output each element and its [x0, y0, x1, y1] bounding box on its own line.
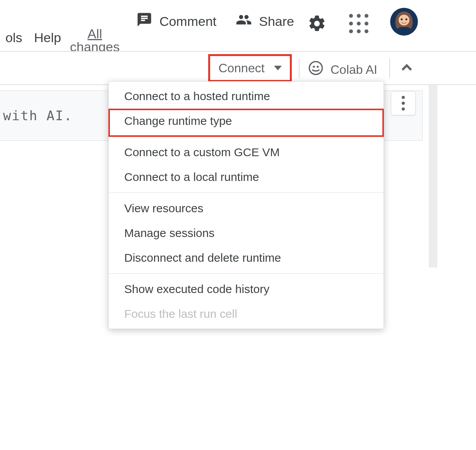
- comment-label: Comment: [159, 14, 216, 29]
- share-icon: [236, 12, 252, 31]
- svg-rect-4: [397, 27, 411, 36]
- account-avatar[interactable]: [390, 8, 418, 36]
- svg-point-3: [406, 19, 408, 20]
- caret-down-icon: [274, 66, 282, 70]
- topbar-actions: Comment Share: [136, 12, 294, 31]
- menu-item-all-changes[interactable]: All changes: [68, 27, 122, 51]
- svg-point-1: [399, 15, 409, 26]
- menu-separator: [109, 136, 384, 137]
- top-toolbar: ols Help All changes Comment Share: [0, 0, 476, 52]
- colab-ai-button[interactable]: Colab AI: [308, 60, 377, 79]
- connect-button[interactable]: Connect: [208, 54, 292, 82]
- share-label: Share: [259, 14, 294, 29]
- menu-item-help[interactable]: Help: [29, 30, 67, 45]
- runtime-toolbar: Connect Colab AI: [0, 52, 476, 85]
- divider: [299, 59, 300, 78]
- menu-item-manage-sessions[interactable]: Manage sessions: [109, 221, 384, 245]
- svg-point-6: [313, 66, 315, 68]
- avatar-icon: [390, 8, 418, 36]
- scrollbar[interactable]: [429, 85, 437, 268]
- menu-item-connect-local[interactable]: Connect to a local runtime: [109, 165, 384, 189]
- menu-item-connect-hosted[interactable]: Connect to a hosted runtime: [109, 84, 384, 109]
- cell-placeholder-text: with AI.: [3, 108, 73, 123]
- menu-item-change-runtime-type[interactable]: Change runtime type: [109, 109, 384, 133]
- svg-point-5: [309, 61, 322, 74]
- svg-point-7: [317, 66, 318, 68]
- collapse-button[interactable]: [397, 59, 416, 78]
- connect-dropdown-menu: Connect to a hosted runtime Change runti…: [108, 81, 384, 329]
- gear-icon: [307, 28, 327, 34]
- menu-separator: [109, 193, 384, 193]
- comment-icon: [136, 12, 152, 31]
- menu-item-show-code-history[interactable]: Show executed code history: [109, 277, 384, 302]
- menu-item-connect-gce-vm[interactable]: Connect to a custom GCE VM: [109, 140, 384, 165]
- share-button[interactable]: Share: [236, 12, 294, 31]
- cell-overflow-menu-button[interactable]: [391, 91, 416, 115]
- menu-separator: [109, 273, 384, 274]
- menu-item-view-resources[interactable]: View resources: [109, 196, 384, 221]
- settings-button[interactable]: [307, 14, 327, 33]
- menu-item-disconnect-delete[interactable]: Disconnect and delete runtime: [109, 245, 384, 270]
- comment-button[interactable]: Comment: [136, 12, 216, 31]
- colab-ai-label: Colab AI: [330, 63, 377, 77]
- svg-point-2: [401, 19, 403, 20]
- colab-ai-icon: [308, 60, 324, 79]
- apps-grid-icon: [349, 14, 353, 18]
- menu-item-tools[interactable]: ols: [0, 30, 27, 45]
- chevron-up-icon: [400, 61, 413, 76]
- more-vert-icon: [402, 96, 405, 99]
- google-apps-button[interactable]: [349, 14, 368, 33]
- divider: [389, 59, 390, 78]
- connect-label: Connect: [218, 61, 264, 75]
- menu-item-focus-last-cell: Focus the last run cell: [109, 302, 384, 326]
